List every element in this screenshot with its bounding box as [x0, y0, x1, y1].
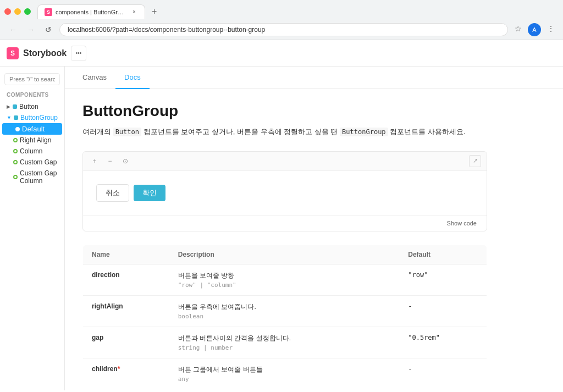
browser-toolbar-icons: ☆ A ⋮: [512, 23, 556, 36]
custom-gap-dot-icon: [13, 160, 18, 164]
storybook-icon: S: [7, 47, 19, 59]
sidebar-item-buttongroup-label: ButtonGroup: [20, 114, 58, 122]
sidebar-search-container: [4, 73, 60, 85]
sidebar-item-label: Button: [19, 103, 38, 111]
prop-name-children: children*: [83, 358, 169, 389]
prop-name-rightalign: rightAlign: [83, 295, 169, 327]
buttongroup-expand-icon: ▼: [7, 115, 12, 120]
sidebar-item-column-label: Column: [20, 147, 42, 155]
default-dot-icon: [15, 127, 20, 131]
prop-desc-children: 버튼 그룹에서 보여줄 버튼들 any: [169, 358, 400, 389]
sidebar-item-custom-gap-column-label: Custom Gap Column: [20, 169, 58, 185]
sidebar-item-default-label: Default: [22, 125, 45, 133]
page-description: 여러개의 Button 컴포넌트를 보여주고 싶거나, 버튼을 우측에 정렬하고…: [82, 126, 487, 138]
page-title: ButtonGroup: [82, 102, 487, 120]
browser-chrome: S components | ButtonGroup - b... × + ← …: [0, 0, 563, 40]
forward-icon: →: [27, 25, 35, 34]
sidebar-item-right-align[interactable]: Right Align: [0, 135, 64, 146]
tab-favicon: S: [45, 8, 52, 16]
props-col-name: Name: [83, 245, 169, 264]
url-input[interactable]: [59, 23, 508, 36]
prop-default-direction: "row": [399, 264, 487, 295]
table-row: rightAlign 버튼을 우측에 보여줍니다. boolean -: [83, 295, 487, 327]
sidebar: COMPONENTS ▶ Button ▼ ButtonGroup Defaul…: [0, 67, 65, 390]
content-tabs: Canvas Docs: [65, 67, 563, 89]
table-row: direction 버튼을 보여줄 방향 "row" | "column" "r…: [83, 264, 487, 295]
share-button[interactable]: ↗: [469, 155, 481, 167]
zoom-in-icon: +: [92, 157, 96, 165]
code-buttongroup: ButtonGroup: [340, 128, 388, 136]
share-icon: ↗: [473, 157, 478, 164]
sidebar-item-buttongroup[interactable]: ▼ ButtonGroup: [0, 112, 64, 123]
custom-gap-column-dot-icon: [13, 175, 18, 179]
table-row: gap 버튼과 버튼사이의 간격을 설정합니다. string | number…: [83, 327, 487, 358]
buttongroup-icon: [14, 115, 18, 120]
docs-content: ButtonGroup 여러개의 Button 컴포넌트를 보여주고 싶거나, …: [65, 89, 505, 390]
refresh-icon: ↺: [45, 25, 52, 34]
browser-tab[interactable]: S components | ButtonGroup - b... ×: [37, 4, 145, 19]
sidebar-item-custom-gap-column[interactable]: Custom Gap Column: [0, 168, 64, 186]
preview-footer: Show code: [83, 215, 487, 231]
prop-name-direction: direction: [83, 264, 169, 295]
confirm-button[interactable]: 확인: [134, 185, 165, 201]
new-tab-button[interactable]: +: [147, 3, 161, 20]
table-row: children* 버튼 그룹에서 보여줄 버튼들 any -: [83, 358, 487, 389]
maximize-window-button[interactable]: [24, 8, 31, 15]
app-header: S Storybook •••: [0, 40, 563, 67]
button-icon: [13, 104, 17, 109]
menu-dots-icon: •••: [76, 50, 82, 56]
props-col-default: Default: [399, 245, 487, 264]
preview-tools: + − ⊙: [89, 155, 131, 167]
minimize-window-button[interactable]: [14, 8, 21, 15]
sidebar-item-custom-gap-label: Custom Gap: [20, 158, 57, 166]
address-bar: ← → ↺ ☆ A ⋮: [0, 20, 563, 40]
zoom-reset-icon: ⊙: [123, 157, 128, 165]
sidebar-item-default[interactable]: Default: [2, 123, 62, 135]
zoom-out-button[interactable]: −: [104, 155, 116, 167]
search-input[interactable]: [4, 73, 60, 85]
prop-default-rightalign: -: [399, 295, 487, 327]
code-button: Button: [113, 128, 141, 136]
prop-desc-rightalign: 버튼을 우측에 보여줍니다. boolean: [169, 295, 400, 327]
refresh-button[interactable]: ↺: [42, 23, 55, 36]
sidebar-item-right-align-label: Right Align: [20, 136, 51, 144]
traffic-lights: [4, 8, 31, 15]
zoom-in-button[interactable]: +: [89, 155, 101, 167]
bookmark-icon[interactable]: ☆: [512, 23, 523, 34]
sidebar-item-column[interactable]: Column: [0, 146, 64, 157]
prop-name-gap: gap: [83, 327, 169, 358]
tab-close-button[interactable]: ×: [130, 8, 138, 16]
back-button[interactable]: ←: [7, 23, 20, 36]
show-code-button[interactable]: Show code: [444, 219, 480, 228]
close-window-button[interactable]: [4, 8, 11, 15]
props-col-description: Description: [169, 245, 400, 264]
tab-docs[interactable]: Docs: [115, 67, 150, 89]
more-options-icon[interactable]: ⋮: [545, 23, 556, 34]
prop-desc-direction: 버튼을 보여줄 방향 "row" | "column": [169, 264, 400, 295]
prop-default-children: -: [399, 358, 487, 389]
storybook-logo-text: Storybook: [23, 48, 67, 58]
sidebar-item-custom-gap[interactable]: Custom Gap: [0, 157, 64, 168]
content-area: Canvas Docs ButtonGroup 여러개의 Button 컴포넌트…: [65, 67, 563, 390]
prop-default-gap: "0.5rem": [399, 327, 487, 358]
tab-title: components | ButtonGroup - b...: [56, 9, 127, 15]
prop-desc-gap: 버튼과 버튼사이의 간격을 설정합니다. string | number: [169, 327, 400, 358]
sidebar-item-button[interactable]: ▶ Button: [0, 101, 64, 112]
storybook-logo[interactable]: S Storybook: [7, 47, 67, 59]
header-menu-button[interactable]: •••: [71, 46, 86, 61]
back-icon: ←: [9, 25, 17, 34]
main-area: COMPONENTS ▶ Button ▼ ButtonGroup Defaul…: [0, 67, 563, 390]
app: S Storybook ••• COMPONENTS ▶ Button ▼ Bu: [0, 40, 563, 390]
column-dot-icon: [13, 149, 18, 153]
forward-button[interactable]: →: [24, 23, 37, 36]
props-table: Name Description Default direction 버튼을 보…: [82, 245, 487, 390]
zoom-reset-button[interactable]: ⊙: [119, 155, 131, 167]
user-avatar[interactable]: A: [528, 23, 541, 36]
cancel-button[interactable]: 취소: [96, 184, 129, 202]
tab-canvas[interactable]: Canvas: [74, 67, 115, 89]
right-align-dot-icon: [13, 138, 18, 142]
zoom-out-icon: −: [108, 157, 112, 165]
default-preview-content: 취소 확인: [83, 171, 487, 215]
components-section-label: COMPONENTS: [0, 90, 64, 101]
preview-toolbar: + − ⊙ ↗: [83, 152, 487, 171]
